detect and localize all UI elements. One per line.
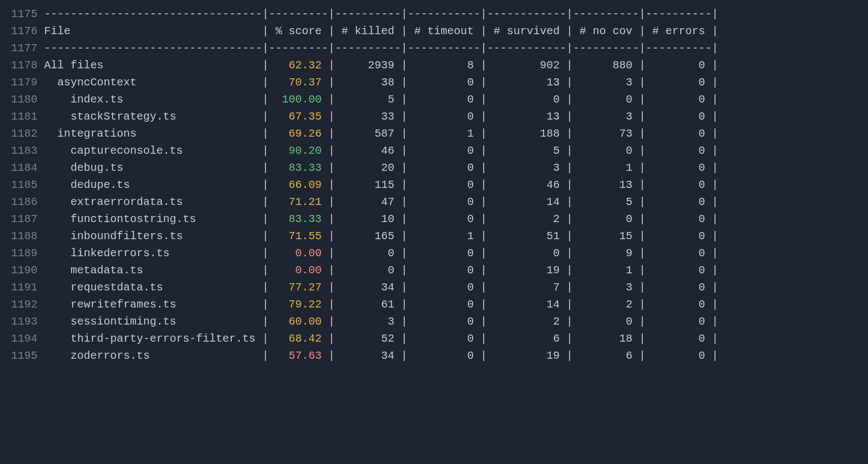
line-number: 1185 [3, 176, 37, 193]
table-row: requestdata.ts | 77.27 | 34 | 0 | 7 | 3 … [44, 279, 868, 296]
line-number: 1177 [3, 40, 37, 57]
table-row: dedupe.ts | 66.09 | 115 | 0 | 46 | 13 | … [44, 176, 868, 193]
log-content[interactable]: ---------------------------------|------… [44, 6, 868, 364]
line-number: 1175 [3, 6, 37, 23]
table-row: metadata.ts | 0.00 | 0 | 0 | 19 | 1 | 0 … [44, 262, 868, 279]
table-row: index.ts | 100.00 | 5 | 0 | 0 | 0 | 0 | [44, 91, 868, 108]
table-row: functiontostring.ts | 83.33 | 10 | 0 | 2… [44, 211, 868, 228]
line-number: 1183 [3, 142, 37, 159]
line-number: 1179 [3, 74, 37, 91]
line-number: 1191 [3, 279, 37, 296]
line-number: 1181 [3, 108, 37, 125]
line-number: 1193 [3, 313, 37, 330]
table-row: third-party-errors-filter.ts | 68.42 | 5… [44, 330, 868, 347]
table-row: extraerrordata.ts | 71.21 | 47 | 0 | 14 … [44, 193, 868, 211]
table-row: debug.ts | 83.33 | 20 | 0 | 3 | 1 | 0 | [44, 159, 868, 176]
log-viewer: 1175117611771178117911801181118211831184… [0, 0, 868, 364]
table-row: integrations | 69.26 | 587 | 1 | 188 | 7… [44, 125, 868, 142]
line-number: 1186 [3, 193, 37, 211]
table-header-row: File | % score | # killed | # timeout | … [44, 23, 868, 40]
table-row: rewriteframes.ts | 79.22 | 61 | 0 | 14 |… [44, 296, 868, 313]
line-number: 1178 [3, 57, 37, 74]
line-number: 1194 [3, 330, 37, 347]
table-row: asyncContext | 70.37 | 38 | 0 | 13 | 3 |… [44, 74, 868, 91]
line-number: 1176 [3, 23, 37, 40]
table-row: linkederrors.ts | 0.00 | 0 | 0 | 0 | 9 |… [44, 245, 868, 262]
line-number-gutter: 1175117611771178117911801181118211831184… [3, 6, 44, 364]
table-row: sessiontiming.ts | 60.00 | 3 | 0 | 2 | 0… [44, 313, 868, 330]
line-number: 1180 [3, 91, 37, 108]
line-number: 1192 [3, 296, 37, 313]
line-number: 1190 [3, 262, 37, 279]
line-number: 1189 [3, 245, 37, 262]
table-divider: ---------------------------------|------… [44, 6, 868, 23]
line-number: 1188 [3, 228, 37, 245]
table-row: captureconsole.ts | 90.20 | 46 | 0 | 5 |… [44, 142, 868, 159]
table-divider: ---------------------------------|------… [44, 40, 868, 57]
table-row: stackStrategy.ts | 67.35 | 33 | 0 | 13 |… [44, 108, 868, 125]
table-row: zoderrors.ts | 57.63 | 34 | 0 | 19 | 6 |… [44, 347, 868, 364]
table-row: All files | 62.32 | 2939 | 8 | 902 | 880… [44, 57, 868, 74]
line-number: 1184 [3, 159, 37, 176]
line-number: 1182 [3, 125, 37, 142]
line-number: 1195 [3, 347, 37, 364]
line-number: 1187 [3, 211, 37, 228]
table-row: inboundfilters.ts | 71.55 | 165 | 1 | 51… [44, 228, 868, 245]
